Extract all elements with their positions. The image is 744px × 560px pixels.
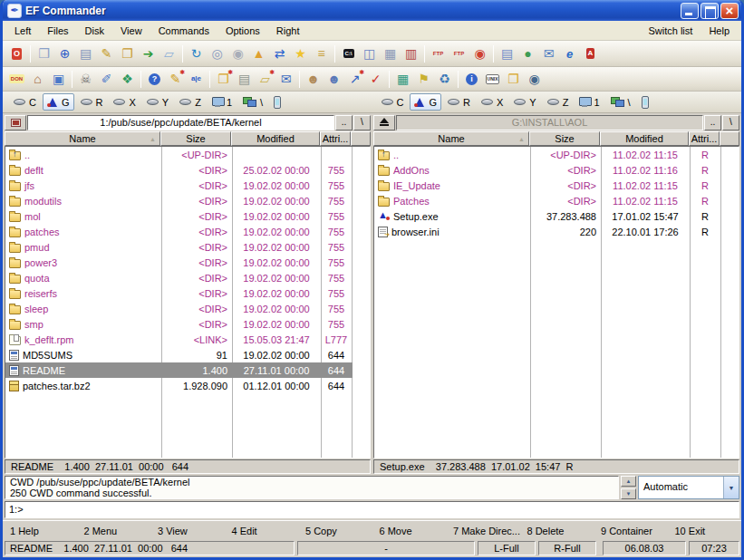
drive-button-left-y[interactable]: Y (142, 93, 173, 111)
drive-button-right-root[interactable]: \ (606, 93, 635, 111)
new-shortcut-icon[interactable]: ↗✱ (344, 69, 365, 89)
help-icon[interactable]: ? (144, 69, 165, 89)
file-row-item[interactable]: ..<UP-DIR> (5, 147, 353, 162)
new-folder-icon[interactable]: ❐✱ (213, 69, 234, 89)
file-row-item[interactable]: ..<UP-DIR>11.02.02 11:15R (374, 147, 721, 162)
drive-button-right-z[interactable]: Z (543, 93, 574, 111)
file-row-patches[interactable]: patches<DIR>19.02.02 00:00755 (5, 224, 353, 239)
fkey-7-make-direc[interactable]: 7 Make Direc... (446, 526, 520, 536)
file-row-patches[interactable]: Patches<DIR>11.02.02 11:15R (374, 193, 721, 208)
column-header-modified-left[interactable]: Modified (231, 131, 320, 146)
path-drive-button-right[interactable] (373, 115, 395, 130)
notes-file-icon[interactable]: ▤ (497, 43, 517, 63)
log-scroll-up-button[interactable] (621, 476, 636, 487)
column-header-size-left[interactable]: Size (160, 131, 231, 146)
split-file-icon[interactable]: ◫ (359, 43, 380, 63)
calculator-icon[interactable]: ▦ (380, 43, 401, 63)
edit-file-icon[interactable]: ✎ (96, 43, 117, 63)
fkey-9-container[interactable]: 9 Container (594, 526, 668, 536)
file-list-right[interactable]: ..<UP-DIR>11.02.02 11:15RAddOns<DIR>11.0… (373, 146, 739, 459)
web-folder-icon[interactable]: ❐ (503, 69, 524, 89)
ftp-log[interactable]: CWD /pub/suse/ppc/update/BETA/kernel 250… (5, 476, 619, 499)
synchronize-icon[interactable]: ⇄ (269, 43, 290, 63)
file-row-quota[interactable]: quota<DIR>19.02.02 00:00755 (5, 270, 353, 285)
maximize-button[interactable] (701, 3, 719, 19)
compare-dirs-icon[interactable]: ▦ (392, 69, 413, 89)
ftp-connect-icon[interactable]: FTP (428, 43, 449, 63)
ftp-disconnect-icon[interactable]: FTP (449, 43, 469, 63)
encrypt-crystal-icon[interactable]: ❖ (117, 69, 138, 89)
titlebar[interactable]: EF Commander (3, 0, 741, 21)
drive-button-left-c[interactable]: C (9, 93, 41, 111)
delete-folder-icon[interactable]: ▱ (159, 43, 179, 63)
drive-button-right-r[interactable]: R (443, 93, 475, 111)
acrobat-reader-icon[interactable]: A (580, 43, 601, 63)
multi-rename-icon[interactable]: a|e (186, 69, 207, 89)
fkey-4-edit[interactable]: 4 Edit (225, 526, 299, 536)
log-scroll-down-button[interactable] (621, 488, 636, 499)
user-schedule-icon[interactable]: ☻ (303, 69, 324, 89)
don-icon[interactable]: DON (6, 69, 27, 89)
menu-right[interactable]: Right (268, 22, 308, 40)
drive-button-left-x[interactable]: X (109, 93, 140, 111)
wipe-skull-icon[interactable]: ☠ (75, 69, 96, 89)
system-info-icon[interactable]: i (461, 69, 482, 89)
file-row-addons[interactable]: AddOns<DIR>11.02.02 11:16R (374, 162, 721, 178)
drive-button-right-y[interactable]: Y (509, 93, 540, 111)
close-button[interactable] (720, 3, 739, 19)
column-header-name-right[interactable]: Name▲ (373, 131, 529, 146)
select-check-icon[interactable]: ✓ (365, 69, 386, 89)
column-header-size-right[interactable]: Size (529, 131, 600, 146)
file-row-patches-tar-bz2[interactable]: patches.tar.bz21.928.09001.12.01 00:0064… (5, 378, 353, 393)
dos-prompt-icon[interactable]: C:\ (338, 43, 359, 63)
book-library-icon[interactable]: ▥ (401, 43, 421, 63)
file-row-sleep[interactable]: sleep<DIR>19.02.02 00:00755 (5, 301, 353, 316)
drive-button-right-1[interactable]: 1 (575, 93, 604, 111)
fkey-8-delete[interactable]: 8 Delete (520, 526, 594, 536)
search-magnifier-icon[interactable]: ◎ (207, 43, 227, 63)
up-dir-button-left[interactable]: .. (335, 115, 353, 130)
history-script-icon[interactable]: ≡ (311, 43, 332, 63)
quick-view-eye-icon[interactable]: ◉ (524, 69, 545, 89)
cd-disc-icon[interactable]: ◉ (227, 43, 248, 63)
drive-button-right-g[interactable]: G (410, 93, 441, 111)
column-header-modified-right[interactable]: Modified (600, 131, 689, 146)
menu-view[interactable]: View (112, 22, 150, 40)
power-off-icon[interactable]: O (6, 43, 27, 63)
minimize-button[interactable] (681, 3, 699, 19)
file-row-jfs[interactable]: jfs<DIR>19.02.02 00:00755 (5, 178, 353, 193)
file-row-pmud[interactable]: pmud<DIR>19.02.02 00:00755 (5, 239, 353, 255)
file-row-readme[interactable]: README1.40027.11.01 00:00644 (5, 362, 353, 378)
up-dir-button-right[interactable]: .. (704, 115, 721, 130)
drive-button-left-1[interactable]: 1 (208, 93, 237, 111)
find-files-icon[interactable]: ⊕ (54, 43, 75, 63)
menu-disk[interactable]: Disk (77, 22, 112, 40)
column-header-attri-right[interactable]: Attri... (689, 131, 720, 146)
drive-button-left-g[interactable]: G (43, 93, 74, 111)
fkey-1-help[interactable]: 1 Help (3, 526, 77, 536)
favorites-star-icon[interactable]: ★ (290, 43, 311, 63)
file-row-smp[interactable]: smp<DIR>19.02.02 00:00755 (5, 316, 353, 332)
file-list-left[interactable]: ..<UP-DIR>deflt<DIR>25.02.02 00:00755jfs… (5, 146, 371, 459)
new-archive-icon[interactable]: ▱✱ (255, 69, 275, 89)
dir-hotlist-icon[interactable]: ⚑ (413, 69, 434, 89)
transfer-mode-combobox[interactable]: Automatic (638, 476, 739, 499)
column-header-attri-left[interactable]: Attri... (320, 131, 351, 146)
refresh-file-icon[interactable]: ↻ (186, 43, 207, 63)
file-row-reiserfs[interactable]: reiserfs<DIR>19.02.02 00:00755 (5, 285, 353, 301)
file-row-browser-ini[interactable]: browser.ini22022.10.01 17:26R (374, 224, 721, 239)
drive-button-left-z[interactable]: Z (175, 93, 206, 111)
path-field-right[interactable]: G:\INSTALL\AOL (396, 115, 703, 130)
drive-button-right-pda[interactable] (637, 93, 653, 111)
root-dir-button-left[interactable]: \ (353, 115, 371, 130)
path-drive-button-left[interactable] (5, 115, 26, 130)
chevron-down-icon[interactable] (723, 477, 739, 498)
menu-left[interactable]: Left (6, 22, 39, 40)
file-row-setup-exe[interactable]: Setup.exe37.283.48817.01.02 15:47R (374, 208, 721, 224)
file-row-k-deflt-rpm[interactable]: k_deflt.rpm<LINK>15.05.03 21:47L777 (5, 332, 353, 347)
status-right-mode[interactable]: R-Full (538, 541, 596, 555)
info-mail-icon[interactable]: ✉ (275, 69, 296, 89)
book-view-icon[interactable]: ▤ (75, 43, 96, 63)
unix-attributes-icon[interactable]: UNIX (482, 69, 503, 89)
home-upload-icon[interactable]: ⌂ (27, 69, 48, 89)
